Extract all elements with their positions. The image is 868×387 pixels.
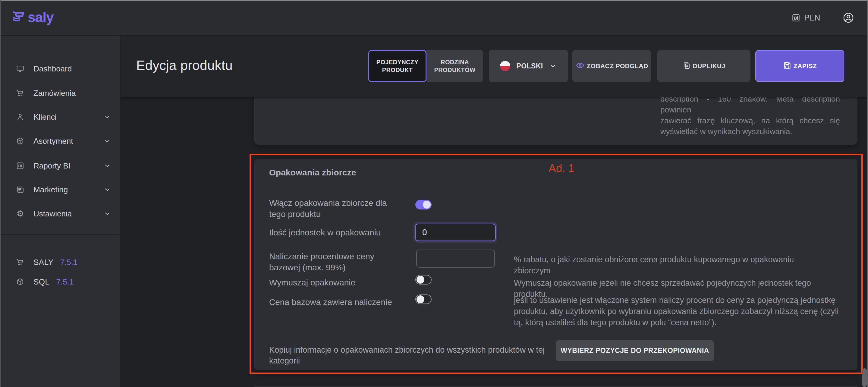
duplicate-button-label: DUPLIKUJ <box>692 62 725 70</box>
app-window: saly Bi PLN <box>0 0 868 387</box>
tab-single-product[interactable]: POJEDYNCZY PRODUKT <box>368 50 427 82</box>
sidebar-border <box>120 36 121 387</box>
window-frame-top <box>0 0 868 1</box>
percent-input[interactable] <box>417 250 494 267</box>
sidebar-item-reports-bi[interactable]: Bi Raporty BI <box>0 159 121 172</box>
sidebar-item-orders[interactable]: Zamówienia <box>0 87 121 100</box>
sidebar-label: Raporty BI <box>33 161 70 171</box>
tab-product-family-label: RODZINA PRODUKTÓW <box>427 58 483 74</box>
save-button-label: ZAPISZ <box>794 62 817 70</box>
chevron-down-icon <box>104 138 111 145</box>
copy-icon <box>682 61 691 71</box>
force-pack-label: Wymuszaj opakowanie <box>269 277 399 288</box>
app-logo[interactable]: saly <box>12 10 54 25</box>
sidebar-divider <box>0 234 121 235</box>
save-button[interactable]: ZAPISZ <box>755 50 844 82</box>
enable-bulk-label: Włącz opakowania zbiorcze dla tego produ… <box>269 198 399 220</box>
annotation-label: Ad. 1 <box>549 162 575 175</box>
sidebar-item-clients[interactable]: Klienci <box>0 110 121 124</box>
choose-items-button-label: WYBIERZ POZYCJE DO PRZEKOPIOWANIA <box>561 347 709 355</box>
save-icon <box>783 61 792 71</box>
account-icon[interactable] <box>843 12 854 24</box>
gear-icon: ⚙ <box>16 209 24 218</box>
version-name: SQL <box>33 277 50 287</box>
version-number: 7.5.1 <box>56 277 74 287</box>
poland-flag-icon <box>500 61 510 71</box>
eye-icon <box>576 61 585 71</box>
version-row-sql: SQL 7.5.1 <box>0 275 121 289</box>
preview-button-label: ZOBACZ PODGLĄD <box>587 62 648 70</box>
page-title: Edycja produktu <box>136 58 233 73</box>
cart-icon <box>16 258 24 266</box>
sidebar-item-settings[interactable]: ⚙ Ustawienia <box>0 207 121 220</box>
svg-text:Bi: Bi <box>19 163 22 168</box>
percent-help-text: % rabatu, o jaki zostanie obniżona cena … <box>514 254 803 276</box>
bi-icon: Bi <box>16 161 24 170</box>
sidebar-label: Marketing <box>33 185 68 195</box>
cube-icon <box>16 277 24 286</box>
sidebar-item-dashboard[interactable]: Dashboard <box>0 62 121 76</box>
sidebar-label: Klienci <box>33 112 57 122</box>
version-name: SALY <box>33 258 54 267</box>
newspaper-icon <box>16 185 24 194</box>
language-dropdown[interactable]: POLSKI <box>489 50 568 82</box>
cart-logo-icon <box>12 10 26 25</box>
units-per-pack-label: Ilość jednostek w opakowaniu <box>269 227 399 238</box>
choose-items-to-copy-button[interactable]: WYBIERZ POZYCJE DO PRZEKOPIOWANIA <box>556 340 714 361</box>
tab-single-product-label: POJEDYNCZY PRODUKT <box>369 58 426 74</box>
person-icon <box>16 113 24 121</box>
base-price-label: Cena bazowa zawiera naliczenie <box>269 297 399 308</box>
copy-to-category-label: Kopiuj informacje o opakowaniach zbiorcz… <box>269 345 558 366</box>
percent-markup-label: Naliczanie procentowe ceny bazowej (max.… <box>269 251 399 273</box>
sidebar: Dashboard Zamówienia Klienci Asortyment <box>0 36 121 387</box>
topbar: saly Bi PLN <box>0 0 868 36</box>
units-input-focus-ring <box>413 222 497 243</box>
toggle-knob <box>416 276 424 284</box>
chevron-down-icon <box>549 62 557 70</box>
sidebar-item-marketing[interactable]: Marketing <box>0 183 121 196</box>
chevron-down-icon <box>104 113 111 121</box>
svg-text:Bi: Bi <box>794 16 798 21</box>
preview-button[interactable]: ZOBACZ PODGLĄD <box>572 50 651 82</box>
section-title: Opakowania zbiorcze <box>269 168 356 178</box>
meta-help-line: zawierać frazę kluczową, na którą chcesz… <box>660 115 840 126</box>
currency-label: PLN <box>804 13 820 23</box>
meta-description-help: description - 160 znaków. Meta descripti… <box>660 93 840 137</box>
chevron-down-icon <box>104 162 111 169</box>
chevron-down-icon <box>104 210 111 217</box>
logo-text: saly <box>28 10 54 24</box>
percent-input-wrap <box>416 249 495 268</box>
cart-icon <box>16 89 24 97</box>
currency-selector[interactable]: Bi PLN <box>792 13 820 23</box>
force-pack-toggle[interactable] <box>415 275 432 285</box>
version-number: 7.5.1 <box>60 258 78 267</box>
meta-help-line: wyświetlać w wynikach wyszukiwania. <box>660 126 840 137</box>
bulk-packaging-card: Opakowania zbiorcze Włącz opakowania zbi… <box>254 159 858 370</box>
sidebar-label: Ustawienia <box>33 209 72 218</box>
page-header: Edycja produktu POJEDYNCZY PRODUKT RODZI… <box>121 36 868 97</box>
monitor-icon <box>16 64 24 73</box>
bi-icon: Bi <box>792 13 801 22</box>
enable-bulk-toggle[interactable] <box>415 200 432 209</box>
language-label: POLSKI <box>516 62 543 70</box>
sidebar-label: Zamówienia <box>33 89 76 98</box>
version-row-saly: SALY 7.5.1 <box>0 256 121 269</box>
sidebar-label: Asortyment <box>33 137 73 146</box>
cube-icon <box>16 137 24 145</box>
window-frame-left <box>0 0 1 387</box>
duplicate-button[interactable]: DUPLIKUJ <box>657 50 750 82</box>
text-cursor <box>428 228 428 237</box>
toggle-knob <box>416 295 424 303</box>
vertical-scrollbar[interactable] <box>862 368 867 387</box>
base-price-help-text: jeśli to ustawienie jest włączone system… <box>514 295 845 328</box>
chevron-down-icon <box>104 186 111 193</box>
tab-product-family[interactable]: RODZINA PRODUKTÓW <box>427 50 483 82</box>
sidebar-item-assortment[interactable]: Asortyment <box>0 135 121 148</box>
base-price-toggle[interactable] <box>415 295 432 304</box>
sidebar-label: Dashboard <box>33 64 72 73</box>
toggle-knob <box>423 201 431 209</box>
